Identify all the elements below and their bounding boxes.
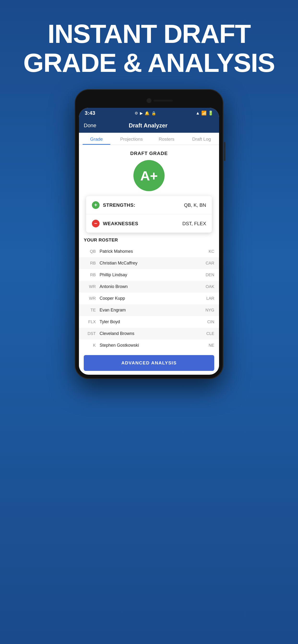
roster-position: K — [84, 343, 96, 348]
roster-position: DST — [84, 331, 96, 336]
roster-team: CAR — [202, 261, 214, 266]
tab-draft-log[interactable]: Draft Log — [184, 133, 219, 145]
tab-rosters[interactable]: Rosters — [149, 133, 184, 145]
weaknesses-icon: − — [92, 220, 100, 227]
nav-bar: Done Draft Analyzer — [79, 118, 219, 133]
roster-team: NYG — [202, 308, 214, 313]
advanced-analysis-button[interactable]: ADVANCED ANALYSIS — [84, 355, 214, 371]
weaknesses-value: DST, FLEX — [182, 221, 206, 226]
roster-position: WR — [84, 296, 96, 301]
grade-value: A+ — [140, 168, 158, 184]
signal-icon: 📶 — [201, 110, 207, 116]
strengths-value: QB, K, BN — [184, 202, 206, 208]
nav-title: Draft Analyzer — [96, 122, 200, 129]
strengths-row: + STRENGTHS: QB, K, BN — [86, 196, 212, 214]
roster-row: TE Evan Engram NYG — [79, 304, 219, 316]
roster-title: YOUR ROSTER — [84, 238, 214, 243]
roster-player-name: Antonio Brown — [100, 284, 198, 289]
sw-panel: + STRENGTHS: QB, K, BN − WEAKNESSES DST,… — [86, 196, 212, 233]
strengths-label: STRENGTHS: — [103, 202, 181, 208]
roster-player-name: Evan Engram — [100, 308, 198, 313]
strengths-icon: + — [92, 201, 100, 209]
roster-row: RB Christian McCaffrey CAR — [79, 257, 219, 269]
tab-grade[interactable]: Grade — [79, 133, 114, 145]
notification-icon: 🔔 — [145, 111, 150, 116]
gear-icon: ⚙ — [135, 111, 138, 116]
roster-player-name: Cleveland Browns — [100, 331, 198, 336]
roster-position: RB — [84, 273, 96, 278]
roster-row: FLX Tyler Boyd CIN — [84, 316, 214, 328]
status-icons-right: ▲ 📶 🔋 — [196, 110, 213, 116]
play-icon: ▶ — [140, 111, 143, 116]
phone-mockup: 3:43 ⚙ ▶ 🔔 🔒 ▲ 📶 🔋 Done Draft Analyzer — [0, 89, 298, 379]
phone-frame: 3:43 ⚙ ▶ 🔔 🔒 ▲ 📶 🔋 Done Draft Analyzer — [75, 89, 223, 379]
phone-screen: 3:43 ⚙ ▶ 🔔 🔒 ▲ 📶 🔋 Done Draft Analyzer — [79, 108, 219, 375]
roster-section: YOUR ROSTER QB Patrick Mahomes KC RB Chr… — [79, 233, 219, 351]
status-time: 3:43 — [85, 110, 95, 116]
hero-section: INSTANT DRAFT GRADE & ANALYSIS — [0, 0, 298, 89]
roster-list: QB Patrick Mahomes KC RB Christian McCaf… — [84, 246, 214, 351]
tab-bar: Grade Projections Rosters Draft Log — [79, 133, 219, 145]
roster-position: QB — [84, 249, 96, 254]
wifi-icon: ▲ — [196, 111, 200, 116]
battery-icon: 🔋 — [208, 110, 213, 116]
tab-projections[interactable]: Projections — [114, 133, 149, 145]
status-icons-left: ⚙ ▶ 🔔 🔒 — [135, 111, 156, 116]
roster-player-name: Stephen Gostkowski — [100, 343, 198, 348]
roster-row: WR Cooper Kupp LAR — [84, 292, 214, 304]
lock-icon: 🔒 — [152, 111, 156, 116]
roster-row: DST Cleveland Browns CLE — [79, 328, 219, 340]
weaknesses-label: WEAKNESSES — [103, 221, 179, 226]
roster-player-name: Tyler Boyd — [100, 319, 198, 324]
draft-grade-section: DRAFT GRADE A+ — [79, 145, 219, 196]
roster-team: NE — [202, 343, 214, 348]
draft-grade-label: DRAFT GRADE — [84, 151, 214, 156]
roster-player-name: Cooper Kupp — [100, 296, 198, 301]
roster-team: LAR — [202, 296, 214, 301]
roster-row: QB Patrick Mahomes KC — [84, 246, 214, 257]
roster-row: K Stephen Gostkowski NE — [84, 340, 214, 351]
roster-team: OAK — [202, 284, 214, 289]
speaker — [154, 100, 173, 102]
roster-position: TE — [84, 308, 96, 313]
sw-container: + STRENGTHS: QB, K, BN − WEAKNESSES DST,… — [79, 196, 219, 233]
side-button — [224, 142, 225, 161]
grade-circle: A+ — [133, 160, 165, 191]
roster-team: CLE — [202, 331, 214, 336]
roster-player-name: Patrick Mahomes — [100, 249, 198, 254]
camera-icon — [146, 98, 152, 103]
done-button[interactable]: Done — [84, 122, 96, 129]
hero-title: INSTANT DRAFT GRADE & ANALYSIS — [0, 19, 298, 77]
phone-notch — [79, 94, 219, 108]
screen-content: DRAFT GRADE A+ + STRENGTHS: QB, K, BN — [79, 145, 219, 371]
weaknesses-row: − WEAKNESSES DST, FLEX — [86, 214, 212, 233]
roster-position: WR — [84, 284, 96, 289]
roster-position: RB — [84, 261, 96, 266]
roster-row: WR Antonio Brown OAK — [79, 281, 219, 292]
roster-position: FLX — [84, 320, 96, 324]
roster-player-name: Christian McCaffrey — [100, 261, 198, 266]
roster-team: DEN — [202, 273, 214, 278]
status-bar: 3:43 ⚙ ▶ 🔔 🔒 ▲ 📶 🔋 — [79, 108, 219, 118]
roster-team: KC — [202, 249, 214, 254]
roster-team: CIN — [202, 320, 214, 324]
roster-row: RB Phillip Lindsay DEN — [84, 269, 214, 281]
roster-player-name: Phillip Lindsay — [100, 272, 198, 278]
